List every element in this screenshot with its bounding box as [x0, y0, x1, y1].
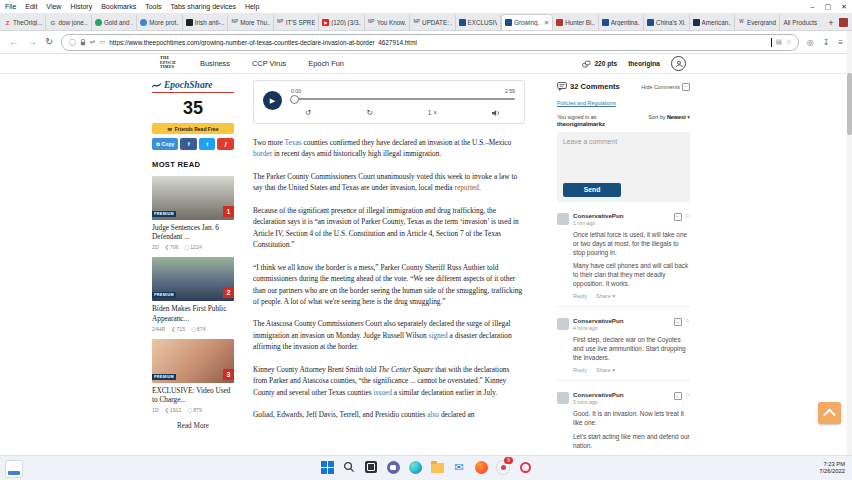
address-bar[interactable]: ◯ ⇄ ▭ https://www.theepochtimes.com/grow…	[61, 34, 798, 51]
menu-file[interactable]: File	[5, 3, 16, 10]
browser-tab[interactable]: China's Xi...	[644, 15, 689, 30]
downloads-icon[interactable]: ↧	[823, 38, 830, 47]
scroll-to-top-button[interactable]	[818, 402, 841, 424]
browser-tab[interactable]: Hunter Bi...	[553, 15, 598, 30]
commenter-avatar[interactable]	[557, 213, 569, 225]
facebook-share-button[interactable]: f	[180, 138, 197, 150]
browser-tab[interactable]: EXCLUSIV...	[456, 15, 501, 30]
nav-business[interactable]: Business	[200, 59, 230, 68]
menu-history[interactable]: History	[70, 3, 92, 10]
article-thumbnail[interactable]: PREMIUM 2	[152, 257, 234, 301]
browser-menu-icon[interactable]: ≡	[838, 38, 843, 47]
edge-button[interactable]	[408, 460, 422, 474]
twitter-share-button[interactable]: t	[199, 138, 216, 150]
nav-epoch-fun[interactable]: Epoch Fun	[308, 59, 344, 68]
most-read-item[interactable]: PREMIUM 2 Biden Makes First Public Appea…	[152, 257, 234, 331]
forward-15-icon[interactable]: ↻	[366, 108, 372, 117]
maximize-button[interactable]: ▢	[825, 3, 832, 11]
commenter-name[interactable]: ConservativePun	[573, 213, 624, 219]
commenter-name[interactable]: ConservativePun	[573, 392, 624, 398]
menu-bookmarks[interactable]: Bookmarks	[101, 3, 136, 10]
share-link[interactable]: Share ▾	[596, 293, 615, 299]
menu-tools[interactable]: Tools	[145, 3, 161, 10]
nav-ccp-virus[interactable]: CCP Virus	[252, 59, 286, 68]
reply-link[interactable]: Reply	[573, 293, 587, 299]
most-read-title[interactable]: Judge Sentences Jan. 6 Defendant ...	[152, 223, 234, 242]
comment-flag-icon[interactable]: ⚐	[686, 213, 690, 219]
policies-link[interactable]: Policies and Regulations	[557, 100, 616, 106]
opera-button[interactable]	[518, 460, 532, 474]
browser-tab[interactable]: Argentina...	[599, 15, 644, 30]
forward-button[interactable]: →	[27, 37, 37, 47]
browser-tab[interactable]: ZTheOrigi...	[1, 15, 46, 30]
hide-comments-toggle[interactable]: Hide Comments−	[641, 83, 690, 91]
comment-flag-icon[interactable]: ⚐	[686, 392, 690, 398]
sync-icon[interactable]: ⇄	[90, 39, 95, 46]
browser-tab[interactable]: NPUPDATE: ...	[410, 15, 455, 30]
bookmark-star-icon[interactable]: ☆	[786, 39, 792, 46]
tab-strip-end-icon[interactable]	[839, 18, 848, 27]
friends-read-free-button[interactable]: ✉ Friends Read Free	[152, 123, 234, 134]
article-thumbnail[interactable]: PREMIUM 1	[152, 176, 234, 220]
rewind-15-icon[interactable]: ↺	[305, 108, 311, 117]
browser-tab[interactable]: NPMore Thu...	[228, 15, 273, 30]
file-explorer-button[interactable]	[430, 460, 444, 474]
sort-by-dropdown[interactable]: Sort by Newest ▾	[648, 114, 690, 120]
browser-tab[interactable]: American...	[690, 15, 735, 30]
reply-link[interactable]: Reply	[573, 367, 587, 373]
taskbar-corner-app-icon[interactable]	[5, 460, 23, 478]
commenter-name[interactable]: ConservativePun	[573, 318, 624, 324]
browser-tab[interactable]: NPYou Know...	[365, 15, 410, 30]
scrollbar-thumb[interactable]	[847, 73, 852, 135]
reload-button[interactable]: ↻	[45, 37, 53, 47]
article-thumbnail[interactable]: PREMIUM 3	[152, 339, 234, 383]
new-tab-button[interactable]: +	[825, 18, 837, 30]
browser-tab[interactable]: Irish anti-...	[183, 15, 228, 30]
browser-tab[interactable]: More prot...	[137, 15, 182, 30]
most-read-item[interactable]: PREMIUM 1 Judge Sentences Jan. 6 Defenda…	[152, 176, 234, 250]
notification-app-button[interactable]: 9	[496, 460, 510, 474]
playback-speed[interactable]: 1 ×	[428, 109, 437, 116]
mail-button[interactable]: ✉	[452, 460, 466, 474]
comment-input[interactable]	[563, 138, 684, 174]
browser-tab[interactable]: WEvergrand...	[735, 15, 780, 30]
page-scrollbar[interactable]	[847, 31, 852, 456]
url-text[interactable]: https://www.theepochtimes.com/growing-nu…	[109, 39, 765, 46]
account-avatar[interactable]	[671, 56, 686, 71]
teams-chat-button[interactable]	[386, 460, 400, 474]
commenter-avatar[interactable]	[557, 392, 569, 404]
share-link[interactable]: Share ▾	[596, 367, 615, 373]
extensions-icon[interactable]: ◎	[807, 38, 814, 47]
play-button[interactable]: ▶	[263, 91, 282, 110]
seek-bar[interactable]	[291, 98, 515, 100]
start-button[interactable]	[320, 460, 334, 474]
close-button[interactable]: ✕	[841, 3, 847, 11]
comment-collapse-icon[interactable]: −	[674, 213, 682, 221]
tab-close-icon[interactable]: ✕	[542, 19, 549, 27]
tab-all-products[interactable]: All Products	[780, 15, 824, 30]
commenter-avatar[interactable]	[557, 318, 569, 330]
comment-collapse-icon[interactable]: −	[674, 392, 682, 400]
comment-flag-icon[interactable]: ⚐	[686, 318, 690, 324]
site-info-icon[interactable]: ◯	[68, 39, 75, 46]
comment-collapse-icon[interactable]: −	[674, 318, 682, 326]
gab-share-button[interactable]: f	[217, 138, 234, 150]
browser-tab[interactable]: ▶(120) (3/3...	[319, 15, 364, 30]
menu-edit[interactable]: Edit	[25, 3, 37, 10]
menu-help[interactable]: Help	[245, 3, 259, 10]
taskbar-clock[interactable]: 7:23 PM 7/26/2022	[819, 461, 845, 475]
brave-button[interactable]	[474, 460, 488, 474]
username-label[interactable]: theorigina	[628, 60, 660, 67]
volume-icon[interactable]	[492, 109, 501, 117]
read-more-link[interactable]: Read More	[152, 422, 234, 430]
points-display[interactable]: 220 pts	[582, 60, 617, 68]
minimize-button[interactable]: –	[811, 3, 815, 10]
page-icon[interactable]: ▭	[99, 39, 105, 46]
back-button[interactable]: ←	[9, 37, 19, 47]
most-read-title[interactable]: EXCLUSIVE: Video Used to Charge...	[152, 386, 234, 405]
reader-mode-icon[interactable]: ▤	[776, 39, 782, 46]
browser-tab[interactable]: Gold and ...	[92, 15, 137, 30]
browser-tab[interactable]: Gdow jone...	[46, 15, 91, 30]
task-view-button[interactable]	[364, 460, 378, 474]
most-read-item[interactable]: PREMIUM 3 EXCLUSIVE: Video Used to Charg…	[152, 339, 234, 413]
